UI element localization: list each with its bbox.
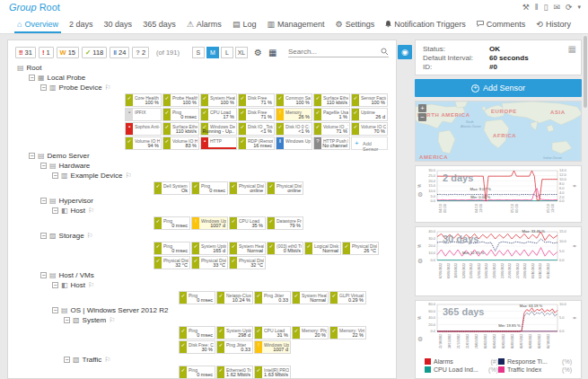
group-row[interactable]: −▤Hardware xyxy=(8,161,396,171)
tab-history[interactable]: ⟲History xyxy=(533,16,574,33)
scrollbar-thumb[interactable] xyxy=(584,36,587,108)
sensor-tile[interactable]: ✓Ethernet0 Traffic1.62 Mbit/s xyxy=(216,366,253,379)
sensor-tile[interactable]: ✓Ping0 msec xyxy=(179,366,215,379)
sensor-tile[interactable]: ✓Physical Disk: ..32 °C xyxy=(154,256,190,269)
sensor-tile[interactable]: ▪Sophos Anti-Vi.. xyxy=(125,122,162,136)
expander-icon[interactable]: − xyxy=(29,153,35,159)
sensor-tile[interactable]: ✓RDP (Remote ..16 msec xyxy=(238,137,275,150)
size-button-s[interactable]: S xyxy=(192,47,205,58)
expander-icon[interactable]: − xyxy=(40,163,47,169)
size-button-m[interactable]: M xyxy=(206,47,219,58)
sensor-tile[interactable]: ✓Volume IO Har..94 % xyxy=(125,137,162,150)
sensor-tile[interactable]: ✓(003) eth0 Traf..0 Mbit/s xyxy=(267,242,303,255)
group-row[interactable]: −▦Local Probe xyxy=(8,73,396,83)
chart-canvas[interactable]: 40.030.020.010.00.015.010.05.00.0%#30 da… xyxy=(416,227,581,295)
tab-log[interactable]: ▤Log xyxy=(230,16,259,33)
tab-2-days[interactable]: 2 days xyxy=(66,16,96,33)
sensor-tile[interactable]: ✓Surface Ethern..110 kbit/s xyxy=(162,122,199,136)
device-row[interactable]: −▨Storage⚐ xyxy=(8,231,396,241)
qr-code-icon[interactable]: ▦ xyxy=(568,44,576,54)
caret-down-icon[interactable]: ▾ xyxy=(577,3,581,12)
tile-view-icon[interactable]: ▦ xyxy=(268,48,276,57)
sensor-tile[interactable]: ✓Netapp-Cluster..10.24 % xyxy=(216,291,253,304)
chart-canvas[interactable]: 30.025.020.015.010.05.00.014.012.010.08.… xyxy=(416,166,581,222)
sensor-tile[interactable]: ✓Common SaaS..100 % xyxy=(276,93,312,107)
sensor-tile[interactable]: ✓Physical Disk: ..26 °C xyxy=(342,242,379,255)
group-row[interactable]: −▤OS | Windows Server 2012 R2 xyxy=(8,305,396,315)
sensor-tile[interactable]: ✓Memory: Physi..20 % xyxy=(292,326,329,339)
expander-icon[interactable]: − xyxy=(64,317,70,323)
sensor-tile[interactable]: ✓Ping0 msec xyxy=(154,242,190,255)
sensor-tile[interactable]: ✓Ping0 msec xyxy=(154,216,190,230)
tab-notification-triggers[interactable]: Notification Triggers xyxy=(382,16,469,33)
panel-toggle-button[interactable]: ◉ xyxy=(398,45,412,59)
device-row[interactable]: −▥Example Device⚐ xyxy=(8,171,396,181)
group-row[interactable]: −▤Demo Server xyxy=(8,151,396,161)
sensor-tile[interactable]: ✓Ping0 msec xyxy=(179,326,215,339)
sensor-tile[interactable]: ✓Physical Disk: ..33 °C xyxy=(191,256,228,269)
sensor-tile[interactable]: ✓System Health100 % xyxy=(200,93,237,107)
report-icon[interactable]: ▯ xyxy=(543,3,548,12)
world-map-image[interactable]: NORTH AMERICAEUROPEASIAAFRICAAMERICANort… xyxy=(416,101,582,162)
sensor-tile[interactable]: ✓Ping0 msec xyxy=(162,108,199,121)
expander-icon[interactable]: − xyxy=(29,75,35,81)
expander-icon[interactable]: − xyxy=(52,307,58,313)
sensor-tile[interactable]: ✓Dell System He..Ok xyxy=(154,181,190,195)
sensor-tile[interactable]: ✓Ping Jitter0.33 xyxy=(216,340,253,354)
expander-icon[interactable]: − xyxy=(52,282,58,288)
sensor-tile[interactable]: ✓System HealthNormal xyxy=(229,242,266,255)
sensor-tile[interactable]: ✓GLPI Virtual A..0.29 % xyxy=(329,291,366,304)
size-button-l[interactable]: L xyxy=(221,47,233,58)
sensor-tile[interactable]: ✓Sensor Factory100 % xyxy=(351,93,388,107)
group-row[interactable]: −▤Host / VMs xyxy=(8,270,396,280)
sensor-tile[interactable]: ✓Pagefile Usage1 % xyxy=(313,108,350,121)
add-sensor-tile[interactable]: +Add Sensor xyxy=(351,137,388,150)
sensor-tile[interactable]: ✓Physical Disk 0..online xyxy=(267,181,303,195)
tab-settings[interactable]: ⚙Settings xyxy=(333,16,378,33)
device-row[interactable]: −◧Host⚐ xyxy=(8,280,396,290)
add-sensor-button[interactable]: + Add Sensor xyxy=(415,79,582,97)
sensor-tile[interactable]: ✓Windows Defe..Running - Up.. xyxy=(200,122,237,136)
search-icon[interactable] xyxy=(381,48,389,56)
refresh-icon[interactable]: ⟳ xyxy=(566,3,573,12)
tab-alarms[interactable]: ⚠Alarms xyxy=(184,16,224,33)
view-settings-gear-icon[interactable]: ⚙ xyxy=(254,48,262,57)
count-chip-unusual[interactable]: ?2 xyxy=(132,47,149,58)
chart-365days[interactable]: ⚙ 80.060.040.020.00.010.05.00.0%#365 day… xyxy=(415,300,582,379)
sensor-tile[interactable]: ✓Disk IO 0 C:<1 % xyxy=(276,122,312,136)
chart-2days[interactable]: ⚙30.025.020.015.010.05.00.014.012.010.08… xyxy=(415,165,582,223)
chart-settings-icon[interactable]: ⚙ xyxy=(417,191,423,198)
sensor-tile[interactable]: ✓Physical Disk 0..online xyxy=(229,181,266,195)
chart-settings-icon[interactable]: ⚙ xyxy=(417,258,423,265)
count-chip-paused[interactable]: ‖24 xyxy=(110,47,129,58)
sensor-tile[interactable]: !Memory26 % xyxy=(276,108,312,121)
group-row[interactable]: −▤Hypervisor xyxy=(8,196,396,206)
sensor-tile[interactable]: ✓CPU Load35 % xyxy=(229,216,266,230)
sensor-tile[interactable]: ✓Datastore Free..79 % xyxy=(267,216,303,230)
tab-30-days[interactable]: 30 days xyxy=(101,16,136,33)
sensor-tile[interactable]: ✓Probe Health100 % xyxy=(162,93,199,107)
device-row[interactable]: −▧Traffic⚐ xyxy=(8,355,396,365)
sensor-tile[interactable]: ✓Logical Disk: V..Normal xyxy=(304,242,341,255)
device-row[interactable]: −◧Host⚐ xyxy=(8,206,396,216)
count-chip-up[interactable]: ✓118 xyxy=(82,47,107,58)
sensor-tile[interactable]: ✓Intel[R] PRO_1..1.63 Mbit/s xyxy=(254,366,291,379)
search-input[interactable] xyxy=(288,48,378,56)
sensor-tile[interactable]: ✓Ping Jitter0.33 xyxy=(254,291,291,304)
size-button-xl[interactable]: XL xyxy=(235,47,248,58)
sensor-tile[interactable]: ✓Surface Ethern..110 kbit/s xyxy=(313,93,350,107)
sensor-tile[interactable]: ✓Disk Free: C:\30 % xyxy=(179,340,215,354)
email-icon[interactable]: ✉ xyxy=(553,3,560,12)
sensor-tile[interactable]: ✓Disk Free71 % xyxy=(238,93,275,107)
group-row[interactable]: ▤Root xyxy=(8,63,396,73)
expander-icon[interactable]: − xyxy=(52,207,58,214)
tab-overview[interactable]: ⌂Overview xyxy=(14,16,61,33)
sensor-tile[interactable]: ▪HTTP xyxy=(200,137,237,150)
tab-management[interactable]: ▥Management xyxy=(264,16,327,33)
sensor-tile[interactable]: ✓Volume IO Har..83 % xyxy=(162,137,199,150)
sensor-tile[interactable]: !Windows Upda..1007 d xyxy=(254,340,291,354)
sensor-tile[interactable]: ✓Disk Free71 % xyxy=(238,108,275,121)
sensor-tile[interactable]: ✓Disk IO _Total<1 % xyxy=(238,122,275,136)
expander-icon[interactable]: − xyxy=(40,84,47,91)
sensor-tile[interactable]: ✓CPU Load31 % xyxy=(254,326,291,339)
